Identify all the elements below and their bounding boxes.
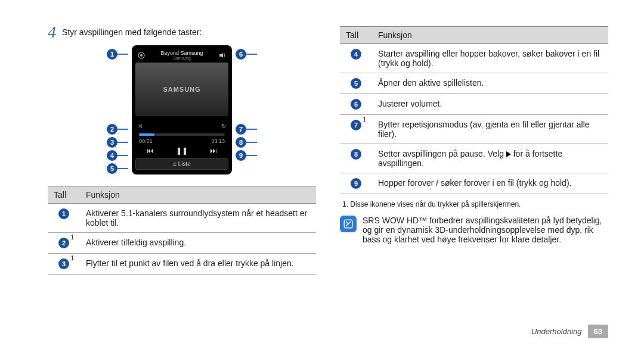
progress-bar: [139, 133, 225, 136]
track-subtitle: Samsung: [145, 56, 219, 60]
phone-controls: ⤨ ↻ 00:51 03:13 ⏮ ❚❚ ⏭ ≡ L: [135, 121, 228, 170]
prev-icon: ⏮: [147, 147, 154, 155]
pause-icon: ❚❚: [176, 147, 188, 155]
callout-badge: 3: [107, 137, 117, 148]
row-function: Hopper forover / søker forover i en fil …: [372, 173, 608, 194]
row-number-cell: 6: [340, 94, 372, 115]
table-row: 1Aktiverer 5.1-kanalers surroundlydsyste…: [48, 204, 316, 233]
callout-badge: 6: [236, 49, 246, 60]
table-row: 21Aktiverer tilfeldig avspilling.: [48, 233, 316, 254]
footer-section: Underholdning: [531, 327, 582, 336]
row-function: Flytter til et punkt av filen ved å dra …: [80, 254, 316, 275]
table-row: 5Åpner den aktive spillelisten.: [340, 73, 608, 94]
row-number-cell: 9: [340, 173, 372, 194]
row-number-cell: 4: [340, 44, 372, 73]
track-title: Beyond Samsung: [145, 50, 219, 56]
col-head-func: Funksjon: [372, 27, 608, 44]
row-badge: 7: [351, 120, 361, 130]
row-function: Aktiverer tilfeldig avspilling.: [80, 233, 316, 254]
note-text: SRS WOW HD™ forbedrer avspillingskvalite…: [363, 216, 608, 244]
callout-badge: 5: [107, 163, 117, 174]
play-icon: [506, 151, 511, 157]
repeat-icon: ↻: [221, 123, 226, 129]
row-number-cell: 1: [48, 204, 80, 233]
phone-topbar: Beyond Samsung Samsung: [135, 49, 228, 63]
row-number-cell: 5: [340, 73, 372, 94]
table-row: 9Hopper forover / søker forover i en fil…: [340, 173, 608, 194]
row-function: Åpner den aktive spillelisten.: [372, 73, 608, 94]
svg-point-1: [140, 54, 143, 57]
row-badge: 1: [58, 208, 69, 219]
row-badge-sup: 1: [70, 255, 74, 261]
col-head-num: Tall: [340, 27, 372, 44]
note-icon: [340, 216, 357, 232]
callout-badge: 8: [236, 137, 246, 148]
time-elapsed: 00:51: [139, 138, 153, 144]
table-row: 8Setter avspillingen på pause. Velg for …: [340, 144, 608, 173]
table-row: 71Bytter repetisjonsmodus (av, gjenta en…: [340, 115, 608, 144]
footnote: 1. Disse ikonene vises når du trykker på…: [340, 200, 608, 208]
volume-icon: [219, 52, 226, 59]
row-function: Setter avspillingen på pause. Velg for å…: [372, 144, 608, 173]
row-function: Aktiverer 5.1-kanalers surroundlydsystem…: [80, 204, 316, 233]
row-number-cell: 8: [340, 144, 372, 173]
phone-mock: Beyond Samsung Samsung SAMSUNG ⤨ ↻: [132, 45, 232, 174]
row-badge-sup: 1: [70, 234, 74, 241]
row-badge: 4: [351, 49, 361, 60]
step-number: 4: [48, 24, 56, 40]
row-badge: 8: [351, 149, 361, 160]
step-text: Styr avspillingen med følgende taster:: [62, 24, 202, 37]
callout-badge: 4: [107, 150, 117, 161]
col-head-num: Tall: [48, 186, 80, 204]
row-number-cell: 71: [340, 115, 372, 144]
row-function: Bytter repetisjonsmodus (av, gjenta en f…: [372, 115, 608, 144]
srs-icon: [138, 52, 145, 59]
footer-page: 63: [588, 325, 608, 338]
phone-diagram: 1 2 3 4 5 Beyond Samsung Samsung: [48, 45, 316, 175]
next-icon: ⏭: [210, 147, 217, 155]
step-line: 4 Styr avspillingen med følgende taster:: [48, 24, 316, 40]
album-text: SAMSUNG: [163, 86, 200, 93]
callout-badge: 2: [107, 124, 117, 135]
row-badge: 2: [58, 238, 69, 248]
col-head-func: Funksjon: [80, 186, 316, 204]
info-note: SRS WOW HD™ forbedrer avspillingskvalite…: [340, 216, 608, 244]
row-badge: 5: [351, 78, 361, 89]
table-row: 6Justerer volumet.: [340, 94, 608, 115]
row-badge: 9: [351, 178, 361, 189]
list-button: ≡ Liste: [135, 158, 228, 170]
album-art: SAMSUNG: [135, 63, 228, 116]
row-badge: 3: [58, 258, 69, 269]
time-total: 03:13: [211, 138, 225, 144]
callouts-right: 6 7 8 9: [236, 45, 257, 162]
right-column: Tall Funksjon 4Starter avspilling eller …: [340, 24, 608, 275]
row-badge-sup: 1: [363, 116, 366, 123]
function-table-left: Tall Funksjon 1Aktiverer 5.1-kanalers su…: [48, 186, 316, 275]
row-function: Starter avspilling eller hopper bakover,…: [372, 44, 608, 73]
table-row: 4Starter avspilling eller hopper bakover…: [340, 44, 608, 73]
shuffle-icon: ⤨: [138, 123, 143, 129]
row-number-cell: 31: [48, 254, 80, 275]
callout-badge: 9: [236, 150, 246, 161]
left-column: 4 Styr avspillingen med følgende taster:…: [48, 24, 316, 275]
row-function: Justerer volumet.: [372, 94, 608, 115]
callouts-left: 1 2 3 4 5: [107, 45, 128, 175]
row-number-cell: 21: [48, 233, 80, 254]
page-body: 4 Styr avspillingen med følgende taster:…: [0, 0, 644, 275]
row-badge: 6: [351, 99, 361, 110]
callout-badge: 1: [107, 49, 117, 60]
table-row: 31Flytter til et punkt av filen ved å dr…: [48, 254, 316, 275]
page-footer: Underholdning 63: [531, 325, 608, 338]
function-table-right: Tall Funksjon 4Starter avspilling eller …: [340, 26, 608, 194]
callout-badge: 7: [236, 124, 246, 135]
